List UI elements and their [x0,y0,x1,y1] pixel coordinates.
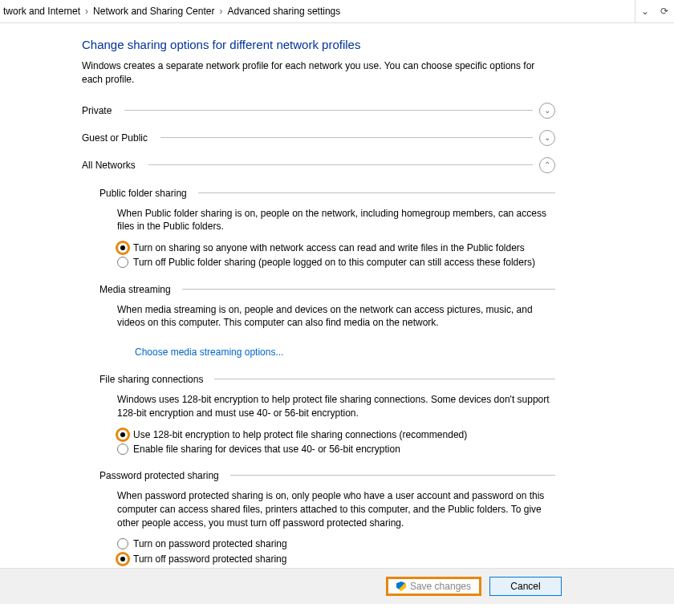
radio-label[interactable]: Turn on password protected sharing [133,537,287,550]
footer-button-bar: Save changes Cancel [0,568,674,604]
profile-label: Guest or Public [82,132,154,144]
refresh-button[interactable]: ⟳ [655,0,674,22]
password-radio-group: Turn on password protected sharing Turn … [117,537,555,565]
radio-label[interactable]: Turn on sharing so anyone with network a… [133,241,525,254]
file-enc-radio-group: Use 128-bit encryption to help protect f… [117,428,555,456]
chevron-down-icon[interactable]: ⌄ [539,103,555,119]
divider [198,192,555,193]
content-area: Change sharing options for different net… [0,23,674,583]
profile-guest-header[interactable]: Guest or Public ⌄ [82,130,555,146]
divider [160,137,533,138]
divider [214,379,555,379]
radio-label[interactable]: Turn off password protected sharing [133,553,286,565]
divider [230,475,555,476]
button-label: Cancel [510,581,540,592]
cancel-button[interactable]: Cancel [489,577,562,596]
profile-label: Private [82,105,118,116]
divider [148,164,533,165]
button-label: Save changes [410,581,471,592]
breadcrumb-item[interactable]: twork and Internet [3,6,80,17]
section-heading: Media streaming [99,284,177,295]
save-changes-button[interactable]: Save changes [386,577,481,596]
section-heading: Public folder sharing [99,188,193,199]
section-media-header: Media streaming [99,284,555,295]
section-password-desc: When password protected sharing is on, o… [117,489,555,529]
public-folder-radio-group: Turn on sharing so anyone with network a… [117,241,555,269]
breadcrumb-item[interactable]: Advanced sharing settings [227,6,340,17]
breadcrumb-item[interactable]: Network and Sharing Center [93,6,214,17]
radio-public-folder-on[interactable] [117,242,128,253]
profile-all-networks-header[interactable]: All Networks ⌃ [82,157,555,173]
profile-private-header[interactable]: Private ⌄ [82,103,555,119]
chevron-up-icon[interactable]: ⌃ [539,157,555,173]
history-dropdown-button[interactable]: ⌄ [635,0,655,22]
radio-password-off[interactable] [117,553,128,565]
section-heading: Password protected sharing [99,470,225,481]
section-media-desc: When media streaming is on, people and d… [117,303,555,330]
media-streaming-options-link[interactable]: Choose media streaming options... [135,346,283,359]
divider [182,289,555,290]
section-file-enc-header: File sharing connections [99,374,555,385]
radio-enc-128[interactable] [117,429,128,440]
page-intro: Windows creates a separate network profi… [82,59,555,87]
chevron-right-icon: › [85,6,88,17]
shield-icon [396,582,406,591]
section-heading: File sharing connections [99,374,209,385]
address-bar: twork and Internet › Network and Sharing… [0,0,674,23]
radio-enc-40[interactable] [117,444,128,455]
profile-label: All Networks [82,160,142,171]
divider [124,110,533,111]
page-title: Change sharing options for different net… [82,38,555,51]
section-public-folder-header: Public folder sharing [99,188,555,199]
radio-public-folder-off[interactable] [117,257,128,268]
radio-label[interactable]: Use 128-bit encryption to help protect f… [133,428,467,441]
breadcrumb[interactable]: twork and Internet › Network and Sharing… [0,0,635,22]
chevron-right-icon: › [219,6,222,17]
radio-password-on[interactable] [117,538,128,549]
section-password-header: Password protected sharing [99,470,555,481]
chevron-down-icon[interactable]: ⌄ [539,130,555,146]
section-file-enc-desc: Windows uses 128-bit encryption to help … [117,393,555,420]
section-public-folder-desc: When Public folder sharing is on, people… [117,207,555,234]
radio-label[interactable]: Turn off Public folder sharing (people l… [133,256,535,269]
profile-all-networks-body: Public folder sharing When Public folder… [99,188,555,565]
radio-label[interactable]: Enable file sharing for devices that use… [133,443,400,456]
